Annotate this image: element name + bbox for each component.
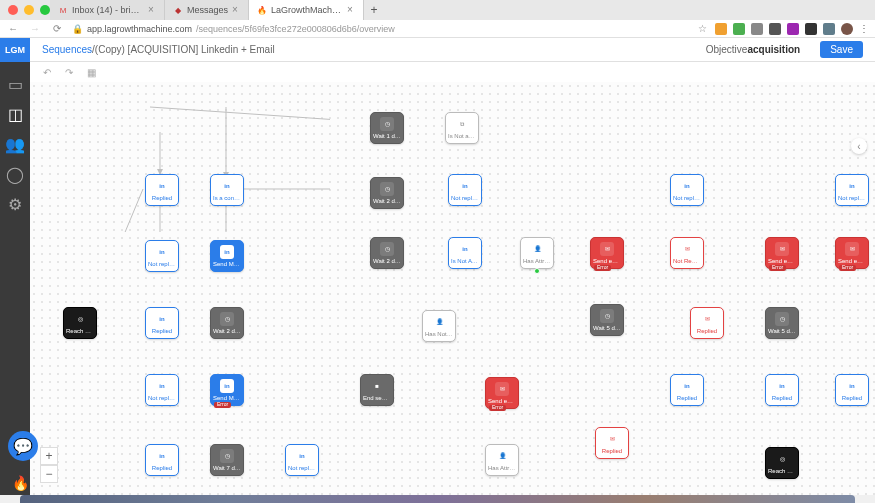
- node-reach-goal-2[interactable]: ◎Reach goal: [765, 447, 799, 479]
- svg-line-11: [94, 189, 143, 232]
- url-host: app.lagrowthmachine.com: [87, 24, 192, 34]
- tab-messages[interactable]: ◆Messages×: [165, 0, 249, 20]
- linkedin-icon: in: [155, 312, 169, 326]
- node-is-not-a-c[interactable]: inIs Not A C…: [448, 237, 482, 269]
- node-wait-5-days-2[interactable]: ◷Wait 5 da…: [765, 307, 799, 339]
- ext-icon[interactable]: [769, 23, 781, 35]
- node-not-replied-6[interactable]: inNot replied: [285, 444, 319, 476]
- breadcrumb-root[interactable]: Sequences: [42, 44, 92, 55]
- app-logo[interactable]: LGM: [0, 38, 30, 62]
- node-replied-5[interactable]: inReplied: [835, 374, 869, 406]
- node-replied[interactable]: inReplied: [145, 174, 179, 206]
- zoom-in-button[interactable]: +: [40, 447, 58, 465]
- node-wait-2-days-b[interactable]: ◷Wait 2 da…: [370, 237, 404, 269]
- sequences-nav-icon[interactable]: ◫: [7, 106, 23, 122]
- target-icon: ◎: [775, 452, 789, 466]
- chat-icon: 💬: [13, 437, 33, 456]
- node-replied-2[interactable]: inReplied: [145, 307, 179, 339]
- node-replied-mail-2[interactable]: ✉Replied: [595, 427, 629, 459]
- collapse-panel-button[interactable]: ‹: [851, 138, 867, 154]
- inbox-nav-icon[interactable]: ▭: [7, 76, 23, 92]
- linkedin-icon: in: [775, 379, 789, 393]
- node-send-email-3[interactable]: ✉Send emailError: [835, 237, 869, 269]
- ext-icon[interactable]: [751, 23, 763, 35]
- node-has-attribute-2[interactable]: 👤Has Attrib…: [485, 444, 519, 476]
- ext-icon[interactable]: [787, 23, 799, 35]
- redo-button[interactable]: ↷: [62, 65, 76, 79]
- node-send-message[interactable]: inSend Mes…: [210, 240, 244, 272]
- clock-icon: ◷: [380, 182, 394, 196]
- node-replied-mail[interactable]: ✉Replied: [690, 307, 724, 339]
- contacts-nav-icon[interactable]: 👥: [7, 136, 23, 152]
- avatar[interactable]: [841, 23, 853, 35]
- node-not-replied-mail[interactable]: ✉Not Replied: [670, 237, 704, 269]
- node-not-replied-4[interactable]: inNot replied: [145, 240, 179, 272]
- node-wait-2-days-c[interactable]: ◷Wait 2 da…: [210, 307, 244, 339]
- star-icon[interactable]: ☆: [698, 23, 707, 34]
- node-not-replied-3[interactable]: inNot replied: [835, 174, 869, 206]
- node-wait-7-days[interactable]: ◷Wait 7 da…: [210, 444, 244, 476]
- ext-icon[interactable]: [823, 23, 835, 35]
- person-icon: 👤: [432, 315, 446, 329]
- undo-button[interactable]: ↶: [40, 65, 54, 79]
- node-not-replied[interactable]: inNot replied: [448, 174, 482, 206]
- clock-icon: ◷: [380, 117, 394, 131]
- node-send-email-4[interactable]: ✉Send emailError: [485, 377, 519, 409]
- back-button[interactable]: ←: [6, 22, 20, 36]
- svg-line-0: [150, 107, 330, 122]
- error-badge: Error: [769, 265, 786, 271]
- node-end-sequence[interactable]: ■End sequ…: [360, 374, 394, 406]
- sequence-header: Sequences / (Copy) [ACQUISITION] Linkedi…: [30, 38, 875, 62]
- stop-icon: ■: [370, 379, 384, 393]
- clock-icon: ◷: [380, 242, 394, 256]
- linkedin-icon: in: [155, 379, 169, 393]
- settings-nav-icon[interactable]: ⚙: [7, 196, 23, 212]
- canvas-toolbar: ↶ ↷ ▦: [30, 62, 875, 82]
- node-has-not-attribute[interactable]: 👤Has Not A…: [422, 310, 456, 342]
- error-badge: Error: [594, 265, 611, 271]
- forward-button[interactable]: →: [28, 22, 42, 36]
- close-icon[interactable]: ×: [148, 6, 156, 14]
- close-icon[interactable]: ×: [232, 6, 240, 14]
- node-replied-6[interactable]: inReplied: [145, 444, 179, 476]
- tab-inbox[interactable]: MInbox (14) - brice@lagrowth×: [50, 0, 165, 20]
- dock-app-icon[interactable]: 🔥: [12, 475, 29, 491]
- ext-icon[interactable]: [715, 23, 727, 35]
- profile-nav-icon[interactable]: ◯: [7, 166, 23, 182]
- ext-icon[interactable]: [805, 23, 817, 35]
- person-icon: 👤: [530, 242, 544, 256]
- intercom-launcher[interactable]: 💬: [8, 431, 38, 461]
- messages-icon: ◆: [173, 5, 183, 15]
- grid-toggle[interactable]: ▦: [84, 65, 98, 79]
- ext-icon[interactable]: [733, 23, 745, 35]
- close-icon[interactable]: ×: [347, 6, 355, 14]
- linkedin-icon: in: [295, 449, 309, 463]
- node-not-replied-5[interactable]: inNot replied: [145, 374, 179, 406]
- node-send-message-2[interactable]: inSend Mes…Error: [210, 374, 244, 406]
- zoom-out-button[interactable]: −: [40, 465, 58, 483]
- linkedin-icon: in: [220, 379, 234, 393]
- macos-dock: [20, 495, 855, 503]
- node-reach-goal[interactable]: ◎Reach goal: [63, 307, 97, 339]
- error-badge: Error: [489, 405, 506, 411]
- node-replied-4[interactable]: inReplied: [765, 374, 799, 406]
- node-wait-2-days-a[interactable]: ◷Wait 2 da…: [370, 177, 404, 209]
- address-bar[interactable]: 🔒 app.lagrowthmachine.com/sequences/5f69…: [72, 24, 690, 34]
- tab-lgm[interactable]: 🔥LaGrowthMachine - Sales Aut…×: [249, 0, 364, 20]
- node-is-a-contact[interactable]: inIs a contact: [210, 174, 244, 206]
- node-send-email-2[interactable]: ✉Send emailError: [765, 237, 799, 269]
- node-not-replied-2[interactable]: inNot replied: [670, 174, 704, 206]
- node-send-email[interactable]: ✉Send emailError: [590, 237, 624, 269]
- node-wait-1-day[interactable]: ◷Wait 1 da…: [370, 112, 404, 144]
- new-tab-button[interactable]: +: [364, 3, 384, 17]
- node-is-not-contact[interactable]: ⧉Is Not a C…: [445, 112, 479, 144]
- node-replied-3[interactable]: inReplied: [670, 374, 704, 406]
- breadcrumb-title: (Copy) [ACQUISITION] Linkedin + Email: [95, 44, 275, 55]
- node-wait-5-days[interactable]: ◷Wait 5 da…: [590, 304, 624, 336]
- node-has-attribute[interactable]: 👤Has Attrib…: [520, 237, 554, 269]
- menu-icon[interactable]: ⋮: [859, 23, 869, 35]
- save-button[interactable]: Save: [820, 41, 863, 58]
- sequence-canvas[interactable]: ◷Wait 1 da… ⧉Is Not a C… inReplied inIs …: [30, 82, 875, 495]
- linkedin-icon: in: [155, 449, 169, 463]
- reload-button[interactable]: ⟳: [50, 22, 64, 36]
